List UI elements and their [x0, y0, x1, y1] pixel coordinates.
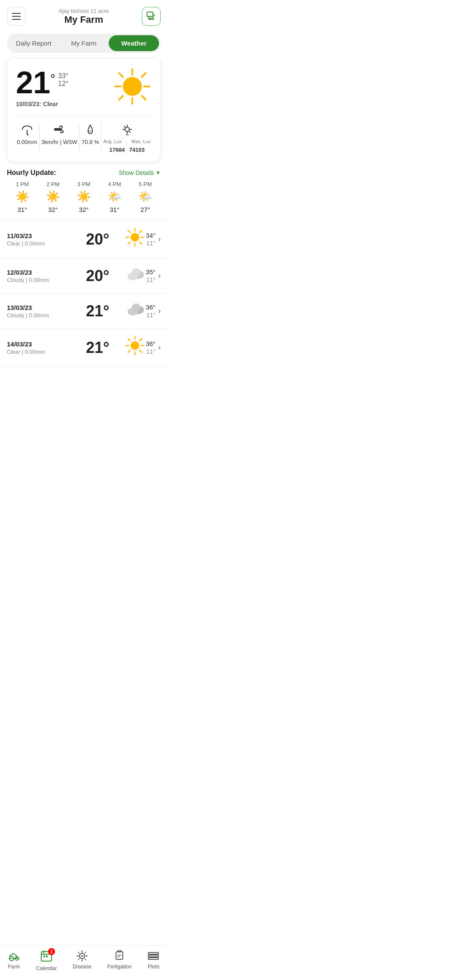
- forecast-date-label-4: 14/03/23: [7, 340, 71, 348]
- svg-line-6: [142, 96, 146, 100]
- weather-stats: 0.00mm 3km/hr | WSW % 70.8 %: [16, 116, 152, 153]
- umbrella-icon: [21, 123, 34, 136]
- hour-sun-4pm: 🌤️: [108, 190, 122, 203]
- hourly-header: Hourly Update: Show Details ▼: [0, 162, 168, 181]
- temp-range: 33° 12°: [58, 72, 68, 88]
- svg-line-19: [129, 132, 130, 132]
- svg-rect-0: [147, 12, 153, 16]
- header-subtitle: Ajay bishnoi 11 acre: [58, 8, 109, 14]
- forecast-date-label-2: 12/03/23: [7, 269, 71, 276]
- forecast-date-1: 11/03/23 Clear | 0.00mm: [7, 232, 71, 247]
- sun-icon: [113, 67, 152, 106]
- tab-weather[interactable]: Weather: [109, 35, 159, 51]
- svg-line-40: [128, 339, 130, 341]
- show-details-label: Show Details: [119, 169, 154, 176]
- weather-condition: Clear: [43, 101, 58, 107]
- forecast-icon-cloudy-3: [124, 300, 146, 322]
- forecast-high-3: 36°: [146, 303, 156, 311]
- humidity-stat: % 70.8 %: [82, 123, 99, 153]
- forecast-desc-3: Cloudy | 0.00mm: [7, 312, 71, 318]
- forecast-temp-3: 21°: [71, 302, 124, 320]
- avg-lux-value: 17684: [109, 147, 125, 153]
- forecast-icon-clear-1: [124, 227, 146, 251]
- main-content: 21 ° 33° 12° 10/03/23: Clear: [0, 58, 168, 410]
- humidity-icon: %: [84, 123, 97, 136]
- forecast-temp-1: 20°: [71, 230, 124, 248]
- forecast-low-3: 11°: [147, 312, 156, 318]
- wind-value: 3km/hr | WSW: [41, 139, 77, 145]
- wind-stat: 3km/hr | WSW: [41, 123, 77, 153]
- phone-button[interactable]: [142, 7, 161, 26]
- forecast-date-3: 13/03/23 Cloudy | 0.00mm: [7, 304, 71, 318]
- forecast-high-1: 34°: [146, 232, 156, 239]
- svg-line-18: [124, 126, 125, 127]
- hourly-title: Hourly Update:: [7, 169, 56, 177]
- hour-sun-1pm: ☀️: [15, 190, 29, 203]
- forecast-desc-2: Cloudy | 0.00mm: [7, 277, 71, 283]
- forecast-icon-cloudy-2: [124, 265, 146, 286]
- degree-symbol: °: [50, 71, 55, 86]
- svg-line-41: [140, 350, 142, 352]
- hour-temp-1pm: 31°: [17, 206, 27, 213]
- hour-temp-5pm: 27°: [140, 206, 150, 213]
- svg-point-13: [125, 127, 129, 132]
- svg-point-20: [131, 233, 139, 242]
- weather-top: 21 ° 33° 12° 10/03/23: Clear: [16, 67, 152, 107]
- temp-low: 12°: [58, 80, 68, 88]
- hour-temp-2pm: 32°: [48, 206, 58, 213]
- forecast-low-4: 11°: [147, 348, 156, 355]
- svg-line-28: [128, 242, 130, 244]
- forecast-desc-4: Clear | 0.00mm: [7, 349, 71, 355]
- svg-line-42: [140, 339, 142, 341]
- hour-label-2pm: 2 PM: [46, 181, 59, 187]
- menu-button[interactable]: [7, 7, 26, 26]
- forecast-range-3: 36° 11°: [146, 303, 156, 318]
- rain-stat: 0.00mm: [17, 123, 37, 153]
- forecast-range-4: 36° 11°: [146, 340, 156, 355]
- hour-label-3pm: 3 PM: [77, 181, 90, 187]
- svg-point-34: [132, 303, 140, 311]
- svg-line-25: [128, 230, 130, 233]
- show-details-button[interactable]: Show Details ▼: [119, 169, 161, 176]
- forecast-desc-1: Clear | 0.00mm: [7, 240, 71, 247]
- lux-icon: [121, 123, 134, 136]
- forecast-icon-clear-4: [124, 336, 146, 359]
- hour-sun-3pm: ☀️: [77, 190, 91, 203]
- weather-card: 21 ° 33° 12° 10/03/23: Clear: [7, 58, 161, 162]
- svg-line-26: [140, 242, 142, 244]
- menu-icon: [12, 13, 21, 20]
- rain-value: 0.00mm: [17, 139, 37, 145]
- header: Ajay bishnoi 11 acre My Farm: [0, 0, 168, 30]
- forecast-date-2: 12/03/23 Cloudy | 0.00mm: [7, 269, 71, 283]
- svg-line-27: [140, 230, 142, 233]
- temp-high: 33°: [58, 72, 68, 80]
- current-temp: 21: [16, 67, 50, 98]
- expand-button-1[interactable]: ›: [158, 235, 161, 244]
- header-main-title: My Farm: [58, 14, 109, 25]
- forecast-range-2: 35° 11°: [146, 268, 156, 283]
- hour-temp-4pm: 31°: [110, 206, 119, 213]
- svg-line-43: [128, 350, 130, 352]
- expand-button-4[interactable]: ›: [158, 343, 161, 352]
- expand-button-2[interactable]: ›: [158, 271, 161, 280]
- hour-item-2pm: 2 PM ☀️ 32°: [46, 181, 60, 213]
- hour-temp-3pm: 32°: [79, 206, 89, 213]
- tab-daily-report[interactable]: Daily Report: [9, 35, 59, 51]
- tabs-bar: Daily Report My Farm Weather: [7, 34, 161, 53]
- lux-stat: Avg. Lux | Max. Lux 17684 74103: [104, 123, 151, 153]
- svg-line-7: [142, 73, 146, 77]
- date-condition: 10/03/23: Clear: [16, 101, 68, 107]
- forecast-row-2: 12/03/23 Cloudy | 0.00mm 20° 35° 11° ›: [0, 258, 168, 294]
- hour-item-4pm: 4 PM 🌤️ 31°: [108, 181, 122, 213]
- max-lux-value: 74103: [129, 147, 145, 153]
- svg-point-9: [123, 77, 142, 96]
- forecast-low-1: 11°: [147, 240, 156, 247]
- wind-icon: [53, 123, 66, 136]
- hour-sun-5pm: 🌤️: [138, 190, 152, 203]
- sun-svg: [113, 67, 152, 106]
- max-lux-label: Max. Lux: [131, 139, 151, 144]
- tab-my-farm[interactable]: My Farm: [59, 35, 109, 51]
- forecast-high-2: 35°: [146, 268, 156, 276]
- forecast-row-1: 11/03/23 Clear | 0.00mm 20° 34° 11° ›: [0, 220, 168, 258]
- expand-button-3[interactable]: ›: [158, 306, 161, 315]
